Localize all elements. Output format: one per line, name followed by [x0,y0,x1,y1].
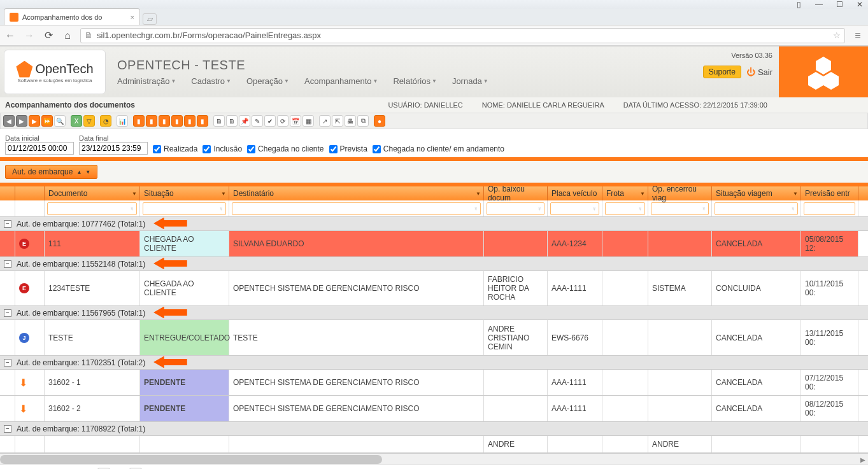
group-row[interactable]: −Aut. de embarque: 11708922 (Total:1) [0,422,868,436]
browser-tab[interactable]: Acompanhamento dos do × [4,8,140,25]
chk-inclusao[interactable]: Inclusão [203,144,242,153]
col-op-encerrou[interactable]: Op. encerrou viag [648,186,712,200]
sair-button[interactable]: ⏻Sair [746,67,772,77]
play-icon[interactable]: ▶ [29,115,40,127]
filter-icon[interactable]: ♀ [791,205,796,212]
col-expand[interactable] [0,186,15,200]
refresh-icon[interactable]: ⟳ [277,115,288,127]
menu-operacao[interactable]: Operação▼ [246,76,289,86]
bar6-icon[interactable]: ▮ [197,115,208,127]
collapse-icon[interactable]: − [4,220,11,228]
collapse-icon[interactable]: − [4,359,11,367]
chart-icon[interactable]: 📊 [117,115,128,127]
filter-situacao[interactable] [143,202,226,215]
new-tab-button[interactable]: ▱ [143,13,157,25]
forward-icon[interactable]: → [23,29,36,42]
collapse-icon[interactable]: − [4,425,11,433]
scroll-thumb[interactable] [0,455,382,464]
export-icon[interactable]: ⇱ [332,115,343,127]
bar2-icon[interactable]: ▮ [146,115,157,127]
menu-icon[interactable]: ≡ [851,30,864,41]
doc1-icon[interactable]: 🗎 [213,115,225,127]
filter-documento[interactable] [47,202,137,215]
collapse-icon[interactable]: − [4,260,11,268]
col-previsao[interactable]: Previsão entr [801,186,858,200]
table-row[interactable]: ⬇31602 - 1PENDENTEOPENTECH SISTEMA DE GE… [0,370,868,396]
menu-acompanhamento[interactable]: Acompanhamento▼ [304,76,378,86]
maximize-icon[interactable]: ☐ [835,0,844,9]
filter-icon[interactable]: ♀ [537,205,543,212]
excel-icon[interactable]: X [71,115,82,127]
scroll-right-icon[interactable]: ▶ [858,454,868,465]
bookmark-icon[interactable]: ☆ [833,31,841,40]
chk-chegada-andamento[interactable]: Chegada no cliente/ em andamento [373,144,504,153]
collapse-icon[interactable]: − [4,309,11,317]
filter-icon[interactable]: ♀ [474,205,479,212]
bar3-icon[interactable]: ▮ [159,115,170,127]
col-op-baixou[interactable]: Op. baixou docum [484,186,548,200]
group-row[interactable]: −Aut. de embarque: 11552148 (Total:1) [0,257,868,271]
minimize-icon[interactable]: — [815,0,823,9]
record-icon[interactable]: ● [374,115,385,127]
bar1-icon[interactable]: ▮ [133,115,145,127]
horizontal-scrollbar[interactable]: ◀ ▶ [0,453,868,465]
date-end-input[interactable] [79,142,148,155]
chk-prevista[interactable]: Prevista [329,144,367,153]
filter-destinatario[interactable] [232,202,481,215]
reload-icon[interactable]: ⟳ [42,29,55,42]
bar5-icon[interactable]: ▮ [184,115,196,127]
col-destinatario[interactable]: Destinatário▼ [229,186,484,200]
filter-icon[interactable]: ▽ [83,115,95,127]
print-icon[interactable]: 🖶 [345,115,356,127]
filter-previsao[interactable] [804,202,855,215]
table-row[interactable]: ANDRE ANDRE [0,436,868,453]
home-icon[interactable]: ⌂ [61,29,74,42]
grid-icon[interactable]: ▦ [302,115,314,127]
group-row[interactable]: −Aut. de embarque: 10777462 (Total:1) [0,217,868,231]
table-row[interactable]: ⬇31602 - 2PENDENTEOPENTECH SISTEMA DE GE… [0,396,868,422]
nav-next-icon[interactable]: ▶ [16,115,27,127]
tab-close-icon[interactable]: × [131,13,134,21]
suporte-button[interactable]: Suporte [703,66,741,78]
share-icon[interactable]: ↗ [319,115,331,127]
filter-sit-viagem[interactable] [715,202,798,215]
filter-op-encerrou[interactable] [651,202,709,215]
table-row[interactable]: E1234TESTECHEGADA AO CLIENTEOPENTECH SIS… [0,271,868,306]
url-input[interactable]: 🗎 sil1.opentechgr.com.br/Forms/operacao/… [80,28,845,43]
chk-realizada[interactable]: Realizada [153,144,197,153]
col-placa[interactable]: Placa veículo [548,186,602,200]
close-icon[interactable]: ✕ [855,0,864,9]
col-icon[interactable] [15,186,45,200]
group-row[interactable]: −Aut. de embarque: 11567965 (Total:1) [0,306,868,320]
filter-op-baixou[interactable] [487,202,544,215]
menu-cadastro[interactable]: Cadastro▼ [191,76,231,86]
filter-icon[interactable]: ♀ [638,205,643,212]
check-icon[interactable]: ✔ [264,115,276,127]
filter-icon[interactable]: ♀ [219,205,224,212]
filter-icon[interactable]: ♀ [592,205,597,212]
chk-chegada[interactable]: Chegada no cliente [247,144,324,153]
doc2-icon[interactable]: 🗎 [226,115,238,127]
filter-icon[interactable]: ♀ [702,205,707,212]
table-row[interactable]: E111CHEGADA AO CLIENTESILVANA EDUARDOAAA… [0,231,868,257]
col-situacao[interactable]: Situação▼ [140,186,229,200]
group-row[interactable]: −Aut. de embarque: 11702351 (Total:2) [0,356,868,370]
fast-forward-icon[interactable]: ⏩ [41,115,53,127]
search-icon[interactable]: 🔍 [54,115,66,127]
edit-icon[interactable]: ✎ [252,115,263,127]
menu-jornada[interactable]: Jornada▼ [452,76,488,86]
back-icon[interactable]: ← [4,29,17,42]
copy-icon[interactable]: ⧉ [357,115,369,127]
bar4-icon[interactable]: ▮ [171,115,183,127]
nav-prev-icon[interactable]: ◀ [3,115,15,127]
col-sit-viagem[interactable]: Situação viagem▼ [712,186,801,200]
menu-administracao[interactable]: Administração▼ [117,76,176,86]
col-frota[interactable]: Frota▼ [602,186,648,200]
table-row[interactable]: JTESTEENTREGUE/COLETADOTESTEANDRE CRISTI… [0,320,868,356]
clock-icon[interactable]: ◔ [100,115,111,127]
pin-icon[interactable]: 📌 [239,115,250,127]
sort-button[interactable]: Aut. de embarque ▲ ▼ [5,165,97,179]
col-documento[interactable]: Documento▼ [45,186,140,200]
user-icon[interactable]: ▯ [794,0,803,9]
date-start-input[interactable] [5,142,74,155]
